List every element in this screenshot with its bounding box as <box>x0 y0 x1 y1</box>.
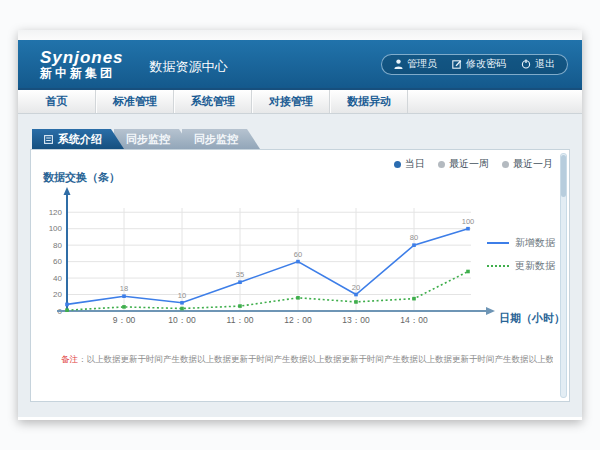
svg-text:18: 18 <box>120 284 128 293</box>
svg-text:10: 10 <box>178 291 186 300</box>
radio-selected-icon <box>394 161 401 168</box>
svg-text:60: 60 <box>53 257 62 266</box>
svg-text:35: 35 <box>236 270 244 279</box>
chart-legend: 新增数据 更新数据 <box>487 236 555 282</box>
chart-panel: 当日 最近一周 最近一月 数据交换（条） 0204060801001209：00… <box>30 149 570 402</box>
nav-item-data-changes[interactable]: 数据异动 <box>330 90 408 113</box>
line-chart: 0204060801001209：0010：0011：0012：0013：001… <box>31 186 511 331</box>
tab-sync-monitor-2[interactable]: 同步监控 <box>182 129 260 149</box>
window-top-strip <box>18 30 582 40</box>
nav-item-home[interactable]: 首页 <box>18 90 96 113</box>
period-label: 当日 <box>405 157 425 171</box>
svg-text:20: 20 <box>352 283 360 292</box>
radio-icon <box>502 161 509 168</box>
svg-text:60: 60 <box>294 250 302 259</box>
legend-label: 新增数据 <box>515 236 555 250</box>
svg-text:20: 20 <box>53 290 62 299</box>
power-icon <box>521 59 531 69</box>
svg-text:120: 120 <box>49 208 63 217</box>
footnote: 备注：以上数据更新于时间产生数据以上数据更新于时间产生数据以上数据更新于时间产生… <box>61 354 553 366</box>
solid-line-icon <box>487 242 509 244</box>
logout-label: 退出 <box>535 57 555 71</box>
edit-icon <box>452 59 462 69</box>
period-filter: 当日 最近一周 最近一月 <box>394 157 553 171</box>
footnote-label: 备注 <box>61 354 78 364</box>
user-button[interactable]: 管理员 <box>394 57 437 71</box>
nav-item-interface-management[interactable]: 对接管理 <box>252 90 330 113</box>
radio-icon <box>438 161 445 168</box>
main-nav: 首页 标准管理 系统管理 对接管理 数据异动 <box>18 88 582 114</box>
dotted-line-icon <box>487 265 509 267</box>
app-window: Synjones 新中新集团 数据资源中心 管理员 修改密码 <box>18 30 582 420</box>
tab-label: 同步监控 <box>126 132 170 147</box>
person-icon <box>394 59 403 69</box>
x-axis-title: 日期（小时） <box>499 311 565 326</box>
logout-button[interactable]: 退出 <box>521 57 555 71</box>
screen: Synjones 新中新集团 数据资源中心 管理员 修改密码 <box>0 0 600 450</box>
legend-item-updated-data: 更新数据 <box>487 259 555 273</box>
legend-label: 更新数据 <box>515 259 555 273</box>
period-option-last-month[interactable]: 最近一月 <box>502 157 553 171</box>
document-icon <box>44 135 53 144</box>
svg-text:10：00: 10：00 <box>168 315 196 325</box>
nav-item-system-management[interactable]: 系统管理 <box>174 90 252 113</box>
tab-system-intro[interactable]: 系统介绍 <box>32 129 124 149</box>
scrollbar-thumb[interactable] <box>561 155 566 197</box>
period-option-last-week[interactable]: 最近一周 <box>438 157 489 171</box>
svg-text:14：00: 14：00 <box>400 315 428 325</box>
tab-bar: 系统介绍 同步监控 同步监控 <box>32 129 570 149</box>
content-area: 系统介绍 同步监控 同步监控 当日 最近一周 <box>18 114 582 417</box>
tab-sync-monitor-1[interactable]: 同步监控 <box>114 129 192 149</box>
svg-text:12：00: 12：00 <box>284 315 312 325</box>
tab-label: 同步监控 <box>194 132 238 147</box>
period-label: 最近一月 <box>513 157 553 171</box>
period-option-today[interactable]: 当日 <box>394 157 425 171</box>
svg-text:11：00: 11：00 <box>227 315 254 325</box>
app-header: Synjones 新中新集团 数据资源中心 管理员 修改密码 <box>18 40 582 88</box>
header-toolbar: 管理员 修改密码 退出 <box>381 54 568 75</box>
y-axis-title: 数据交换（条） <box>43 170 120 185</box>
svg-text:80: 80 <box>410 233 418 242</box>
legend-item-new-data: 新增数据 <box>487 236 555 250</box>
footnote-text: ：以上数据更新于时间产生数据以上数据更新于时间产生数据以上数据更新于时间产生数据… <box>78 354 553 364</box>
change-password-button[interactable]: 修改密码 <box>452 57 506 71</box>
svg-text:13：00: 13：00 <box>342 315 370 325</box>
svg-text:80: 80 <box>53 241 62 250</box>
logo-brand: Synjones <box>40 49 124 67</box>
period-label: 最近一周 <box>449 157 489 171</box>
svg-text:9：00: 9：00 <box>113 315 136 325</box>
page-title: 数据资源中心 <box>150 58 228 76</box>
svg-text:40: 40 <box>53 274 62 283</box>
svg-text:100: 100 <box>462 217 475 226</box>
change-password-label: 修改密码 <box>466 57 506 71</box>
logo-company: 新中新集团 <box>40 67 124 80</box>
user-label: 管理员 <box>407 57 437 71</box>
panel-scrollbar[interactable] <box>560 153 567 398</box>
tab-label: 系统介绍 <box>58 132 102 147</box>
logo: Synjones 新中新集团 <box>40 49 124 79</box>
svg-text:100: 100 <box>49 224 63 233</box>
nav-item-standard-management[interactable]: 标准管理 <box>96 90 174 113</box>
